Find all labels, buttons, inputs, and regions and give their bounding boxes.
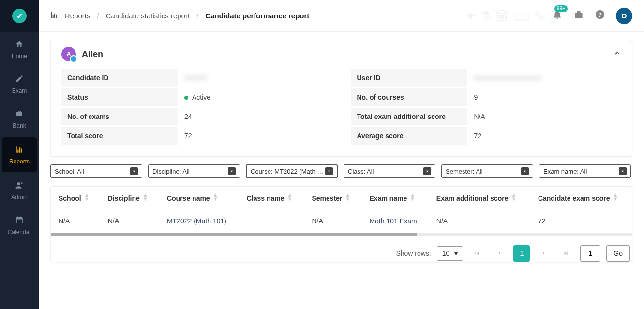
breadcrumb: Reports / Candidate statistics report / …: [50, 11, 309, 20]
summary-row: Total exam additional scoreN/A: [351, 107, 622, 126]
table-row: N/AN/AMT2022 (Math 101)N/AMath 101 ExamN…: [51, 209, 632, 233]
candidate-summary-card: A Allen Candidate IDXXXXXUser IDxxxxxxxx…: [50, 40, 632, 157]
show-rows-label: Show rows:: [396, 250, 431, 257]
summary-value: N/A: [467, 108, 622, 125]
sidebar-item-calendar[interactable]: Calendar: [0, 208, 39, 243]
horizontal-scrollbar-thumb[interactable]: [51, 233, 417, 236]
column-semester[interactable]: Semester▲▼: [304, 187, 362, 209]
summary-value: 24: [178, 108, 332, 125]
chart-icon: [50, 11, 58, 20]
sidebar-item-label: Reports: [9, 158, 30, 165]
caret-down-icon: [521, 167, 529, 175]
filters-row: School: AllDiscipline: AllCourse: MT2022…: [50, 164, 632, 178]
pencil-icon: [15, 74, 24, 85]
summary-value: 9: [467, 88, 622, 106]
rows-per-page-select[interactable]: 10 ▾: [437, 246, 464, 261]
sidebar-item-bank[interactable]: Bank: [0, 102, 39, 136]
column-label: Exam additional score: [436, 194, 509, 202]
last-page-button[interactable]: [558, 245, 574, 262]
chart-icon: [15, 145, 24, 155]
sort-icon: ▲▼: [287, 193, 293, 201]
sidebar-item-exam[interactable]: Exam: [0, 67, 39, 102]
breadcrumb-stats[interactable]: Candidate statistics report: [106, 12, 190, 20]
svg-point-1: [21, 182, 23, 184]
summary-label: Average score: [351, 127, 467, 145]
column-exam-additional-score[interactable]: Exam additional score▲▼: [429, 187, 530, 209]
summary-row: No. of courses9: [351, 88, 622, 107]
filter-label: Semester: All: [446, 168, 483, 175]
pagination: Show rows: 10 ▾ 1 Go: [51, 236, 632, 262]
svg-point-0: [17, 182, 20, 185]
cell: [239, 209, 304, 233]
summary-label: Total exam additional score: [351, 108, 467, 125]
svg-text:?: ?: [598, 11, 602, 18]
breadcrumb-reports[interactable]: Reports: [65, 12, 90, 20]
next-page-button[interactable]: [536, 245, 552, 262]
column-class-name[interactable]: Class name▲▼: [239, 187, 304, 209]
breadcrumb-separator: /: [97, 12, 99, 20]
sidebar-item-label: Exam: [12, 88, 27, 94]
summary-value: 72: [467, 127, 622, 145]
summary-value: xxxxxxxxxxxxxxxxxxxx: [467, 69, 622, 87]
sidebar-item-home[interactable]: Home: [0, 32, 39, 67]
logo[interactable]: ✓: [0, 0, 39, 32]
sort-icon: ▲▼: [213, 193, 218, 201]
summary-value: Active: [178, 88, 332, 106]
cell: N/A: [51, 209, 100, 233]
prev-page-button[interactable]: [491, 245, 508, 262]
first-page-button[interactable]: [469, 245, 485, 262]
filter-school[interactable]: School: All: [50, 164, 142, 178]
sidebar-item-label: Home: [12, 53, 27, 59]
bell-icon[interactable]: 99+: [552, 9, 563, 23]
svg-marker-6: [231, 171, 233, 172]
column-label: Exam name: [370, 194, 407, 202]
sort-icon: ▲▼: [84, 193, 90, 201]
summary-row: StatusActive: [61, 88, 332, 107]
caret-down-icon: [619, 167, 627, 175]
column-candidate-exam-score[interactable]: Candidate exam score▲▼: [530, 187, 632, 209]
horizontal-scrollbar[interactable]: [51, 233, 632, 236]
summary-label: No. of exams: [61, 108, 178, 125]
filter-exam-name[interactable]: Exam name: All: [539, 164, 631, 178]
filter-label: Class: All: [348, 168, 374, 175]
filter-class[interactable]: Class: All: [344, 164, 435, 178]
column-discipline[interactable]: Discipline▲▼: [100, 187, 159, 209]
column-exam-name[interactable]: Exam name▲▼: [362, 187, 429, 209]
cell: N/A: [304, 209, 362, 233]
column-label: Candidate exam score: [538, 194, 610, 202]
filter-label: School: All: [55, 168, 84, 175]
sidebar-item-label: Admin: [11, 194, 28, 201]
svg-marker-7: [328, 171, 330, 172]
toolbox-icon[interactable]: [573, 9, 584, 23]
sidebar-item-admin[interactable]: Admin: [0, 173, 39, 208]
column-label: Semester: [312, 194, 343, 202]
caret-down-icon: [325, 167, 333, 175]
filter-course[interactable]: Course: MT2022 (Math …: [246, 164, 338, 178]
calendar-icon: [15, 216, 24, 226]
column-school[interactable]: School▲▼: [51, 187, 100, 209]
page-input[interactable]: [580, 245, 600, 262]
filter-label: Discipline: All: [152, 168, 190, 175]
summary-value: XXXXX: [178, 69, 332, 87]
sort-icon: ▲▼: [345, 193, 351, 201]
column-course-name[interactable]: Course name▲▼: [159, 187, 239, 209]
avatar[interactable]: D: [616, 8, 632, 24]
status-dot-icon: [184, 96, 188, 100]
column-label: School: [59, 194, 81, 202]
go-button[interactable]: Go: [606, 245, 630, 262]
filter-semester[interactable]: Semester: All: [441, 164, 533, 178]
chevron-up-icon[interactable]: [614, 49, 621, 59]
summary-row: Candidate IDXXXXX: [61, 68, 332, 88]
summary-row: Total score72: [61, 126, 332, 146]
sidebar-item-reports[interactable]: Reports: [2, 137, 37, 172]
summary-row: User IDxxxxxxxxxxxxxxxxxxxx: [351, 68, 622, 88]
filter-discipline[interactable]: Discipline: All: [148, 164, 240, 178]
sort-icon: ▲▼: [511, 193, 516, 201]
page-1-button[interactable]: 1: [513, 245, 530, 262]
summary-label: Total score: [61, 127, 178, 145]
help-icon[interactable]: ?: [595, 9, 605, 23]
cell[interactable]: MT2022 (Math 101): [159, 209, 239, 233]
briefcase-icon: [15, 109, 24, 119]
rows-per-page-value: 10: [442, 250, 450, 257]
cell[interactable]: Math 101 Exam: [362, 209, 429, 233]
